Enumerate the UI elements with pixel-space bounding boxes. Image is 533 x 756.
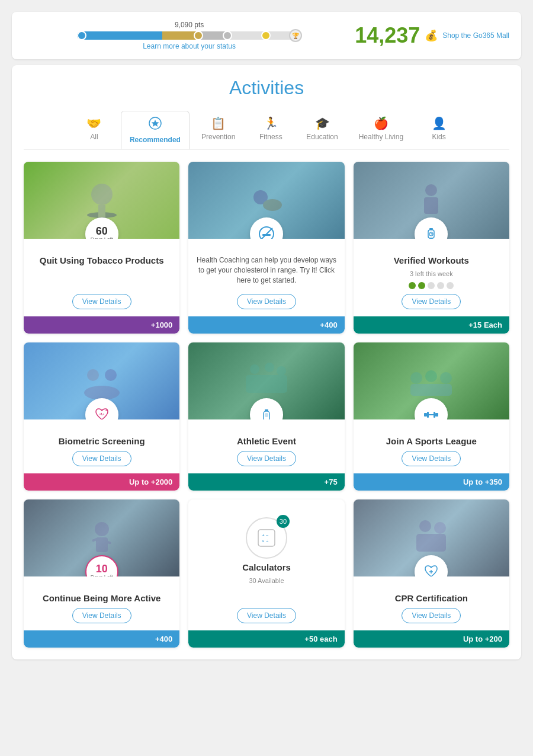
tab-fitness[interactable]: 🏃 Fitness xyxy=(247,111,294,149)
card-health-coaching: Health Coaching can help you develop way… xyxy=(188,162,344,334)
card-desc-health-coaching: Health Coaching can help you develop way… xyxy=(195,255,337,285)
card-title-athletic-event: Athletic Event xyxy=(237,436,296,446)
svg-point-3 xyxy=(91,184,113,205)
tab-fitness-label: Fitness xyxy=(259,133,282,141)
tab-healthy-living-label: Healthy Living xyxy=(359,133,403,141)
calc-number-badge: 30 xyxy=(277,515,290,528)
svg-text:+: + xyxy=(105,408,108,413)
card-image-cpr xyxy=(354,499,509,576)
svg-marker-1 xyxy=(152,120,159,127)
svg-point-48 xyxy=(419,520,431,532)
svg-rect-13 xyxy=(429,228,433,230)
card-image-health-coaching xyxy=(188,162,344,239)
card-biometric: + Biometric Screening View Details Up to… xyxy=(24,342,179,491)
tab-healthy-living-icon: 🍎 xyxy=(374,116,388,130)
svg-point-41 xyxy=(95,522,109,536)
card-title-verified-workouts: Verified Workouts xyxy=(394,255,469,265)
workout-dots xyxy=(409,282,454,289)
svg-point-33 xyxy=(425,370,437,382)
tab-prevention[interactable]: 📋 Prevention xyxy=(192,111,244,149)
card-image-verified-workouts xyxy=(354,162,509,239)
tab-healthy-living[interactable]: 🍎 Healthy Living xyxy=(350,111,412,149)
svg-rect-4 xyxy=(98,205,105,217)
cards-grid: 60 Days Left Quit Using Tobacco Products… xyxy=(24,162,509,648)
card-body-sports-league: Join A Sports League View Details xyxy=(354,419,509,473)
card-body-more-active: Continue Being More Active View Details xyxy=(24,576,179,630)
tab-fitness-icon: 🏃 xyxy=(264,116,278,130)
view-details-sports-league[interactable]: View Details xyxy=(402,451,461,466)
badge-number: 60 xyxy=(96,226,108,236)
card-subtitle-verified-workouts: 3 left this week xyxy=(410,270,453,277)
view-details-quit-tobacco[interactable]: View Details xyxy=(72,294,131,309)
card-title-calculators: Calculators xyxy=(242,562,291,572)
svg-point-18 xyxy=(87,369,99,381)
card-title-cpr: CPR Certification xyxy=(395,593,468,603)
card-footer-health-coaching: +400 xyxy=(188,316,344,334)
workout-dot-5 xyxy=(447,282,454,289)
svg-point-6 xyxy=(263,199,282,211)
card-body-athletic-event: Athletic Event View Details xyxy=(188,419,344,473)
svg-point-19 xyxy=(105,369,117,381)
card-title-biometric: Biometric Screening xyxy=(59,436,145,446)
svg-point-34 xyxy=(440,372,452,384)
badge-text-more-active: Days Left xyxy=(91,574,113,576)
view-details-verified-workouts[interactable]: View Details xyxy=(402,294,461,309)
coin-icon: 💰 xyxy=(425,29,438,42)
tab-all[interactable]: 🤝 All xyxy=(70,111,118,149)
tab-navigation: 🤝 All Recommended 📋 Prevention 🏃 Fitness xyxy=(24,111,509,150)
tab-prevention-icon: 📋 xyxy=(211,116,226,130)
progress-section: 9,090 pts 🏆 Learn more about y xyxy=(24,21,355,50)
card-footer-sports-league: Up to +350 xyxy=(354,473,509,491)
card-footer-cpr: Up to +200 xyxy=(354,630,509,648)
svg-rect-39 xyxy=(434,412,435,418)
card-sports-league: Join A Sports League View Details Up to … xyxy=(354,342,509,491)
tab-education[interactable]: 🎓 Education xyxy=(297,111,346,149)
card-body-cpr: CPR Certification View Details xyxy=(354,576,509,630)
svg-line-22 xyxy=(101,413,102,415)
card-footer-verified-workouts: +15 Each xyxy=(354,316,509,334)
svg-point-27 xyxy=(277,366,286,376)
card-footer-biometric: Up to +2000 xyxy=(24,473,179,491)
svg-point-20 xyxy=(84,386,120,399)
card-footer-more-active: +400 xyxy=(24,630,179,648)
card-body-biometric: Biometric Screening View Details xyxy=(24,419,179,473)
view-details-calculators[interactable]: View Details xyxy=(237,608,296,623)
badge-text: Days Left xyxy=(91,236,113,239)
points-section: 14,237 💰 Shop the Go365 Mall xyxy=(355,23,509,48)
tab-kids[interactable]: 👤 Kids xyxy=(415,111,463,149)
tab-kids-label: Kids xyxy=(432,133,445,141)
tab-recommended-icon xyxy=(148,116,162,133)
calc-badge: + − × ÷ 30 xyxy=(246,517,287,559)
card-image-sports-league xyxy=(354,342,509,419)
shop-mall-link[interactable]: Shop the Go365 Mall xyxy=(442,31,509,40)
learn-more-link[interactable]: Learn more about your status xyxy=(143,42,236,50)
svg-point-32 xyxy=(410,372,422,384)
tab-education-icon: 🎓 xyxy=(315,116,330,130)
pts-label: 9,090 pts xyxy=(175,21,204,29)
view-details-health-coaching[interactable]: View Details xyxy=(237,294,296,309)
tab-all-icon: 🤝 xyxy=(86,116,101,130)
card-body-health-coaching: Health Coaching can help you develop way… xyxy=(188,239,344,316)
svg-rect-40 xyxy=(429,414,434,415)
svg-point-25 xyxy=(250,364,259,374)
tab-kids-icon: 👤 xyxy=(432,116,447,130)
progress-bar: 🏆 xyxy=(77,31,302,40)
svg-rect-28 xyxy=(246,375,287,393)
card-body-calculators: + − × ÷ 30 Calculators 30 Available View… xyxy=(188,499,344,630)
view-details-more-active[interactable]: View Details xyxy=(72,608,131,623)
view-details-cpr[interactable]: View Details xyxy=(402,608,461,623)
card-quit-tobacco: 60 Days Left Quit Using Tobacco Products… xyxy=(24,162,179,334)
view-details-biometric[interactable]: View Details xyxy=(72,451,131,466)
svg-rect-31 xyxy=(265,413,268,417)
card-image-athletic-event xyxy=(188,342,344,419)
card-image-quit-tobacco: 60 Days Left xyxy=(24,162,179,239)
tab-recommended[interactable]: Recommended xyxy=(121,111,190,149)
svg-rect-37 xyxy=(435,413,438,417)
svg-rect-36 xyxy=(424,413,427,417)
svg-rect-35 xyxy=(410,384,452,396)
view-details-athletic-event[interactable]: View Details xyxy=(237,451,296,466)
tab-prevention-label: Prevention xyxy=(201,133,235,141)
card-verified-workouts: Verified Workouts 3 left this week View … xyxy=(354,162,509,334)
status-bar: 9,090 pts 🏆 Learn more about y xyxy=(12,12,521,59)
card-calculators: + − × ÷ 30 Calculators 30 Available View… xyxy=(188,499,344,648)
